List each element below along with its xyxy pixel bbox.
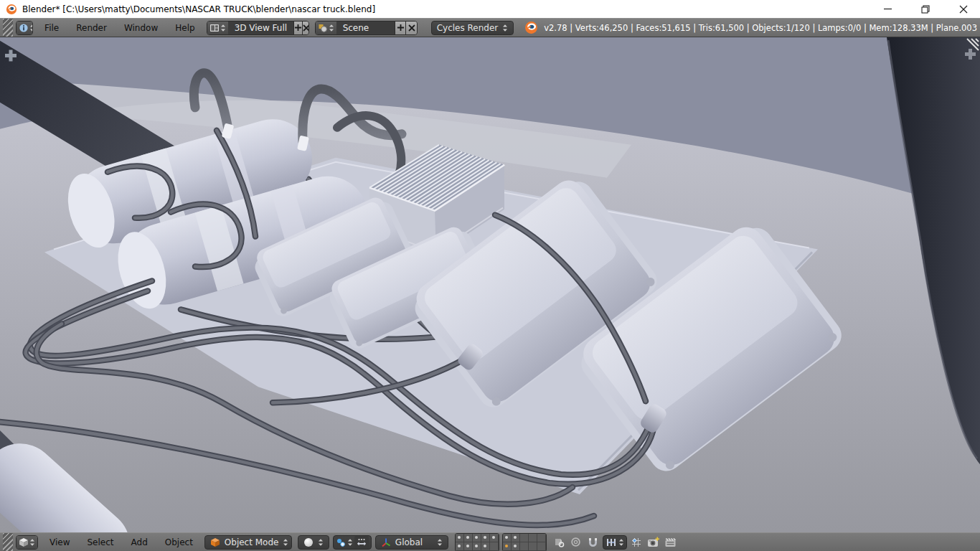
scene-statistics: v2.78 | Verts:46,250 | Faces:51,615 | Tr… bbox=[544, 23, 977, 33]
restore-button[interactable] bbox=[909, 0, 942, 18]
menu-window[interactable]: Window bbox=[116, 19, 166, 37]
pivot-point-icon[interactable] bbox=[336, 537, 346, 547]
proportional-edit-button[interactable] bbox=[568, 535, 584, 550]
scene-icon bbox=[318, 23, 328, 33]
chevron-up-down-icon bbox=[502, 23, 508, 33]
scene-browse-button[interactable] bbox=[316, 22, 336, 34]
render-engine-dropdown[interactable]: Cycles Render bbox=[431, 21, 514, 35]
layer-cell[interactable] bbox=[464, 534, 473, 542]
blender-logo-icon bbox=[6, 4, 17, 15]
menu-help[interactable]: Help bbox=[167, 19, 202, 37]
scene-selector: Scene bbox=[315, 21, 418, 35]
layer-cell[interactable] bbox=[456, 542, 464, 551]
lock-to-scene-button[interactable] bbox=[551, 535, 567, 550]
layer-cell[interactable] bbox=[537, 542, 546, 551]
layer-cell[interactable] bbox=[529, 534, 537, 542]
editor-type-selector[interactable] bbox=[16, 21, 33, 35]
area-corner-splitter[interactable] bbox=[3, 19, 13, 37]
opengl-render-image-button[interactable] bbox=[646, 535, 661, 550]
layers-group-2[interactable] bbox=[502, 533, 547, 551]
menu-select[interactable]: Select bbox=[79, 533, 121, 551]
snap-grid-button[interactable] bbox=[628, 535, 644, 550]
axis-gizmo-icon bbox=[381, 537, 391, 547]
chevron-up-down-icon bbox=[437, 537, 443, 547]
chevron-up-down-icon bbox=[618, 537, 624, 547]
layer-cell[interactable] bbox=[537, 534, 546, 542]
menu-add[interactable]: Add bbox=[123, 533, 156, 551]
layers-widget bbox=[455, 533, 547, 551]
layer-cell[interactable] bbox=[503, 542, 512, 551]
menu-view[interactable]: View bbox=[42, 533, 77, 551]
layer-cell[interactable] bbox=[464, 542, 473, 551]
screen-layout-browse-button[interactable] bbox=[207, 22, 228, 34]
chevron-up-down-icon bbox=[283, 537, 288, 547]
chevron-up-down-icon bbox=[29, 537, 35, 547]
mode-dropdown[interactable]: Object Mode bbox=[204, 535, 292, 550]
view3d-header: View Select Add Object Object Mode Globa… bbox=[0, 532, 980, 551]
info-editor-icon bbox=[19, 23, 29, 33]
editor-type-selector[interactable] bbox=[16, 535, 38, 550]
minimize-button[interactable] bbox=[871, 0, 904, 18]
orientation-dropdown[interactable]: Global bbox=[375, 535, 448, 550]
mode-value: Object Mode bbox=[225, 537, 279, 547]
pivot-manipulator-group bbox=[333, 535, 372, 550]
layers-group-1[interactable] bbox=[455, 533, 499, 551]
render-engine-value: Cycles Render bbox=[437, 23, 499, 33]
layer-cell[interactable] bbox=[512, 534, 520, 542]
snap-magnet-button[interactable] bbox=[585, 535, 601, 550]
menu-render[interactable]: Render bbox=[68, 19, 115, 37]
layer-cell[interactable] bbox=[503, 534, 512, 542]
3d-view-editor-icon bbox=[19, 537, 29, 547]
chevron-up-down-icon bbox=[347, 537, 353, 547]
snap-element-dropdown[interactable] bbox=[603, 535, 627, 550]
layer-cell[interactable] bbox=[520, 542, 529, 551]
screen-layout-name-field[interactable]: 3D View Full bbox=[228, 22, 294, 34]
shading-sphere-icon bbox=[303, 537, 314, 547]
scene-name-field[interactable]: Scene bbox=[336, 22, 395, 34]
window-layout-icon bbox=[209, 23, 220, 33]
layer-cell[interactable] bbox=[481, 542, 490, 551]
menu-object[interactable]: Object bbox=[157, 533, 201, 551]
screen-layout-selector: 3D View Full bbox=[207, 21, 309, 35]
translate-manipulator-toggle[interactable] bbox=[354, 536, 369, 549]
viewport-shading-dropdown[interactable] bbox=[298, 535, 329, 550]
layer-cell[interactable] bbox=[490, 534, 499, 542]
layer-cell[interactable] bbox=[456, 534, 464, 542]
snap-increment-icon bbox=[606, 537, 617, 548]
layer-cell[interactable] bbox=[490, 542, 499, 551]
add-scene-button[interactable] bbox=[395, 22, 405, 34]
object-mode-cube-icon bbox=[210, 537, 220, 547]
delete-scene-button[interactable] bbox=[405, 22, 416, 34]
layer-cell[interactable] bbox=[481, 534, 490, 542]
chevron-up-down-icon bbox=[29, 23, 33, 33]
chevron-up-down-icon bbox=[220, 23, 226, 33]
opengl-render-animation-button[interactable] bbox=[663, 535, 679, 550]
blender-logo-icon bbox=[524, 21, 538, 34]
layer-cell[interactable] bbox=[520, 534, 529, 542]
chevron-up-down-icon bbox=[329, 23, 334, 33]
chevron-up-down-icon bbox=[318, 537, 324, 547]
close-button[interactable] bbox=[947, 0, 980, 18]
menu-file[interactable]: File bbox=[37, 19, 67, 37]
layer-cell[interactable] bbox=[512, 542, 520, 551]
window-title: Blender* [C:\Users\matty\Documents\NASCA… bbox=[22, 4, 866, 14]
layer-cell[interactable] bbox=[529, 542, 537, 551]
3d-viewport[interactable] bbox=[0, 37, 980, 532]
info-header: File Render Window Help 3D View Full Sce… bbox=[0, 18, 980, 37]
delete-screen-layout-button[interactable] bbox=[302, 22, 309, 34]
layer-cell[interactable] bbox=[473, 542, 481, 551]
layer-cell[interactable] bbox=[473, 534, 481, 542]
orientation-value: Global bbox=[395, 537, 433, 547]
window-titlebar: Blender* [C:\Users\matty\Documents\NASCA… bbox=[0, 0, 980, 18]
add-screen-layout-button[interactable] bbox=[293, 22, 302, 34]
area-corner-splitter[interactable] bbox=[3, 533, 13, 551]
